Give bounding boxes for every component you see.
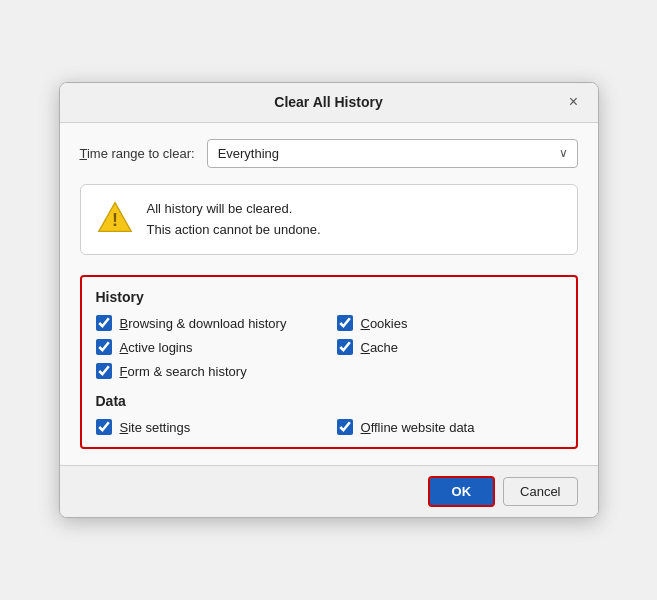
data-checkbox-grid: Site settings Offline website data — [96, 419, 562, 435]
ok-button[interactable]: OK — [428, 476, 496, 507]
checkbox-offline-data-input[interactable] — [337, 419, 353, 435]
checkbox-browsing-label: Browsing & download history — [120, 316, 287, 331]
time-range-select-wrapper: Everything Last Hour Last Two Hours Last… — [207, 139, 578, 168]
checkbox-logins-label: Active logins — [120, 340, 193, 355]
warning-box: ! All history will be cleared. This acti… — [80, 184, 578, 256]
time-range-select[interactable]: Everything Last Hour Last Two Hours Last… — [207, 139, 578, 168]
dialog-title: Clear All History — [274, 94, 382, 110]
data-section-title: Data — [96, 393, 562, 409]
warning-icon: ! — [97, 199, 133, 235]
checkbox-browsing-input[interactable] — [96, 315, 112, 331]
svg-text:!: ! — [112, 210, 118, 230]
checkbox-browsing[interactable]: Browsing & download history — [96, 315, 321, 331]
checkbox-offline-data-label: Offline website data — [361, 420, 475, 435]
history-checkbox-grid: Browsing & download history Cookies Acti… — [96, 315, 562, 379]
checkbox-logins-input[interactable] — [96, 339, 112, 355]
checkbox-site-settings-label: Site settings — [120, 420, 191, 435]
warning-line1: All history will be cleared. — [147, 199, 321, 220]
checkbox-cache-input[interactable] — [337, 339, 353, 355]
checkbox-cache[interactable]: Cache — [337, 339, 562, 355]
checkbox-cache-label: Cache — [361, 340, 399, 355]
dialog-footer: OK Cancel — [60, 465, 598, 517]
checkbox-cookies[interactable]: Cookies — [337, 315, 562, 331]
warning-text: All history will be cleared. This action… — [147, 199, 321, 241]
time-range-label: Time range to clear: — [80, 146, 195, 161]
checkbox-form-label: Form & search history — [120, 364, 247, 379]
cancel-button[interactable]: Cancel — [503, 477, 577, 506]
close-button[interactable]: × — [562, 90, 586, 114]
checkbox-site-settings-input[interactable] — [96, 419, 112, 435]
checkbox-logins[interactable]: Active logins — [96, 339, 321, 355]
dialog-titlebar: Clear All History × — [60, 83, 598, 123]
checkbox-form[interactable]: Form & search history — [96, 363, 562, 379]
checkbox-form-input[interactable] — [96, 363, 112, 379]
checkbox-offline-data[interactable]: Offline website data — [337, 419, 562, 435]
checkboxes-container: History Browsing & download history Cook… — [80, 275, 578, 449]
history-section-title: History — [96, 289, 562, 305]
checkbox-cookies-input[interactable] — [337, 315, 353, 331]
dialog-body: Time range to clear: Everything Last Hou… — [60, 123, 598, 466]
clear-history-dialog: Clear All History × Time range to clear:… — [59, 82, 599, 519]
warning-line2: This action cannot be undone. — [147, 220, 321, 241]
checkbox-site-settings[interactable]: Site settings — [96, 419, 321, 435]
checkbox-cookies-label: Cookies — [361, 316, 408, 331]
time-range-row: Time range to clear: Everything Last Hou… — [80, 139, 578, 168]
